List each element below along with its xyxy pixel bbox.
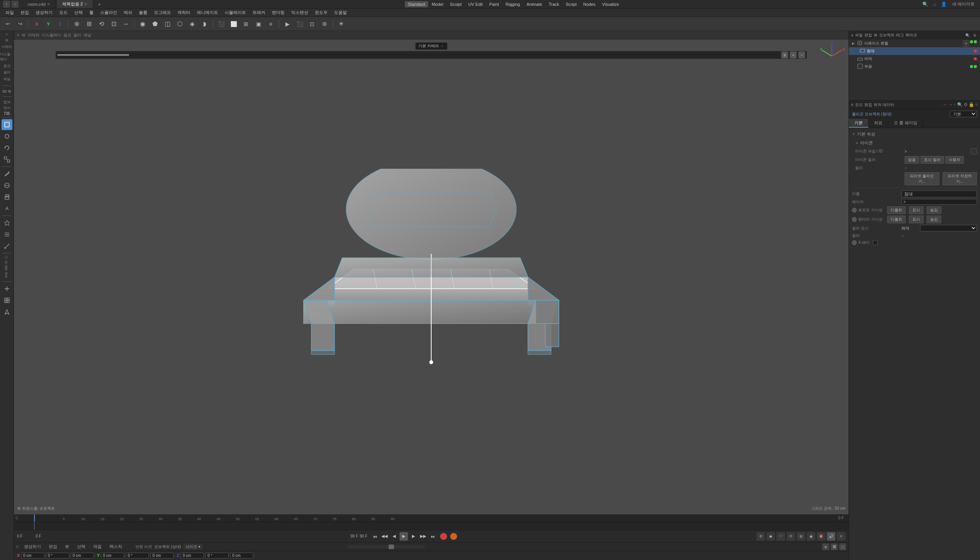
transport-mute-btn[interactable]: 🔇 [817, 532, 825, 541]
transport-motion-btn[interactable]: 〰 [777, 532, 785, 541]
sidebar-select-tool[interactable] [2, 119, 12, 130]
preset-dropdown[interactable]: 기본 [950, 111, 977, 117]
redo-btn[interactable]: ↪ [15, 19, 26, 29]
viewport-display-menu[interactable]: 디스플레이 [42, 33, 61, 38]
props-lock-icon[interactable]: 🔒 [969, 102, 974, 107]
back-btn[interactable]: ‹ [3, 1, 10, 8]
play-btn[interactable]: ▶ [400, 532, 408, 541]
pos-z-input[interactable] [181, 553, 204, 558]
mode-track[interactable]: Track [546, 1, 562, 7]
menu-extension[interactable]: 익스텐션 [288, 9, 311, 16]
props-back-btn[interactable]: ← [943, 102, 947, 107]
mode-animate[interactable]: Animate [523, 1, 545, 7]
viewport-vis-show-btn[interactable]: 표시 [909, 206, 924, 214]
tab-untitled-2[interactable]: 제목없음 2 ✕ [57, 0, 93, 8]
home-btn[interactable]: ⌂ [931, 1, 938, 8]
menu-mograph[interactable]: 모그래프 [151, 9, 174, 16]
tab-room-c4d[interactable]: room.c4d ✕ [22, 0, 56, 8]
record-btn[interactable] [440, 533, 447, 540]
hier-surface-subdivision[interactable]: ▶ 서페이스 분할 [849, 39, 980, 47]
sidebar-move-tool[interactable] [2, 131, 12, 142]
search-btn[interactable]: 🔍 [922, 1, 929, 8]
hier-bookmark-menu[interactable]: 북마크 [905, 33, 917, 38]
sidebar-text-tool[interactable]: A [2, 203, 12, 214]
undo-btn[interactable]: ↩ [2, 19, 13, 29]
tab-basic[interactable]: 기본 [849, 119, 869, 128]
transport-settings-btn[interactable]: ⚙ [756, 532, 765, 541]
rot-z-input[interactable] [205, 553, 229, 558]
sidebar-grid-tool[interactable] [2, 295, 12, 306]
layer-select[interactable]: > [901, 199, 977, 205]
size-x-input[interactable] [71, 553, 94, 558]
view-btn-3[interactable]: ⊞ [241, 19, 251, 29]
preset-load-btn[interactable]: 프리셋 불러오기... [905, 172, 939, 185]
icon-show-btn[interactable]: 표시 컬러 [920, 156, 944, 164]
menu-mesh[interactable]: 메쉬 [121, 9, 135, 16]
menu-volume[interactable]: 볼륨 [136, 9, 150, 16]
viewport-vis-hide-btn[interactable]: 숨김 [927, 206, 941, 214]
layout-btn[interactable]: 새 레이아웃 [950, 0, 977, 8]
transport-speaker-btn[interactable]: 🔊 [827, 532, 835, 541]
hier-settings-icon[interactable]: ⚙ [971, 32, 978, 38]
mode-rigging[interactable]: Rigging [502, 1, 523, 7]
props-more-icon[interactable]: = [975, 102, 978, 107]
view-btn-4[interactable]: ▣ [253, 19, 264, 29]
hier-edit-menu[interactable]: 편집 [864, 33, 872, 38]
bottom-view[interactable]: 뷰 [63, 543, 72, 550]
mode-standard[interactable]: Standard [405, 1, 429, 7]
viewport-menu-icon[interactable]: ≡ [17, 33, 19, 37]
bottom-select[interactable]: 선택 [75, 543, 88, 550]
hier-search-icon[interactable]: 🔍 [965, 32, 971, 38]
bottom-menu-icon[interactable]: ≡ [16, 545, 19, 549]
transform-btn-2[interactable]: ⊞ [84, 19, 94, 29]
bottom-texture[interactable]: 텍스처 [107, 543, 125, 550]
step-back-btn[interactable]: ◀ [390, 532, 398, 541]
mode-visualize[interactable]: Visualize [599, 1, 622, 7]
view-btn-5[interactable]: ≡ [265, 19, 276, 29]
props-settings-icon[interactable]: ⚙ [964, 102, 968, 107]
sidebar-knife-tool[interactable] [2, 168, 12, 179]
color-display-select[interactable] [920, 225, 977, 231]
render-btn-2[interactable]: ⬛ [294, 19, 305, 29]
viewport-view-menu[interactable]: 뷰 [22, 33, 26, 38]
axis-y-btn[interactable]: Y [43, 19, 54, 29]
mode-sculpt[interactable]: Sculpt [447, 1, 465, 7]
transport-key-btn[interactable]: ◆ [767, 532, 775, 541]
menu-window[interactable]: 윈도우 [312, 9, 331, 16]
axis-z-btn[interactable]: Z [55, 19, 65, 29]
hier-file-menu[interactable]: 파일 [855, 33, 863, 38]
icon-file-expand-btn[interactable] [971, 148, 977, 154]
view-icon-2[interactable]: ⊞ [831, 543, 838, 550]
new-tab-btn[interactable]: + [94, 0, 105, 9]
point-mode-btn[interactable]: ⬟ [150, 19, 160, 29]
sculpt-mode-btn[interactable]: ◗ [199, 19, 210, 29]
menu-animate[interactable]: 애니메이트 [194, 9, 221, 16]
timeline-tracks[interactable] [14, 522, 849, 530]
sidebar-measure-tool[interactable] [2, 241, 12, 252]
sidebar-scale-tool[interactable] [2, 154, 12, 165]
name-input[interactable] [901, 190, 977, 197]
viewport-filter-menu[interactable]: 필터 [73, 33, 81, 38]
tab-coord[interactable]: 좌표 [869, 119, 888, 128]
hier-floor[interactable]: 바닥 [849, 55, 980, 63]
prev-frame-btn[interactable]: ◀◀ [380, 532, 389, 541]
render-vis-default-btn[interactable]: 디폴트 [887, 216, 906, 223]
next-frame-btn[interactable]: ▶▶ [419, 532, 427, 541]
sidebar-arrow-tool[interactable] [2, 307, 12, 317]
xray-checkbox[interactable] [873, 240, 878, 245]
transport-more-btn[interactable]: ≡ [837, 532, 845, 541]
rot-x-input[interactable] [46, 553, 69, 558]
view-icon-1[interactable]: ≡ [822, 543, 829, 550]
menu-render[interactable]: 렌더링 [269, 9, 288, 16]
account-btn[interactable]: 👤 [941, 1, 948, 8]
hier-bed[interactable]: 침대 [849, 47, 980, 55]
axis-x-btn[interactable]: X [31, 19, 42, 29]
mode-nodes[interactable]: Nodes [580, 1, 599, 7]
props-fwd-btn[interactable]: → [948, 102, 953, 107]
viewport-options-menu[interactable]: 옵션 [63, 33, 71, 38]
view-icon-3[interactable]: □ [839, 543, 846, 550]
mode-uv-edit[interactable]: UV Edit [465, 1, 486, 7]
sidebar-snap-tool[interactable] [2, 217, 12, 228]
mode-paint[interactable]: Paint [486, 1, 502, 7]
rot-y-input[interactable] [126, 553, 149, 558]
